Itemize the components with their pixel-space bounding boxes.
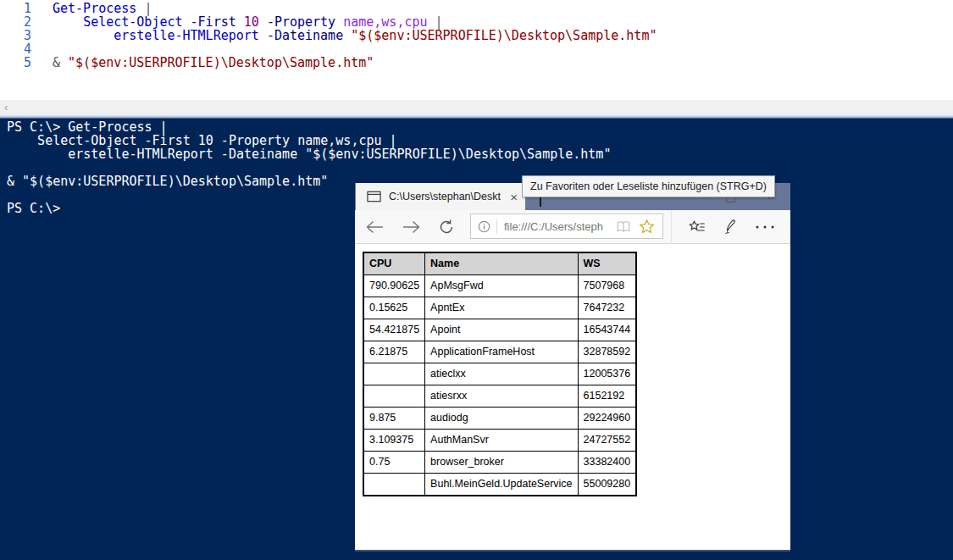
code-text [53, 42, 60, 56]
table-cell: 3.109375 [363, 430, 425, 452]
table-cell: 0.15625 [363, 297, 425, 319]
script-line: 4 [0, 42, 953, 56]
table-row: atiesrxx6152192 [363, 385, 636, 408]
table-row: 0.15625ApntEx7647232 [363, 297, 636, 319]
reading-view-icon[interactable] [616, 220, 631, 233]
back-button[interactable] [365, 210, 384, 244]
table-cell: 12005376 [578, 363, 636, 385]
page-icon [367, 191, 381, 202]
table-cell: atiesrxx [425, 385, 578, 408]
page-content: CPUNameWS 790.90625ApMsgFwd75079680.1562… [355, 244, 790, 550]
refresh-button[interactable] [438, 210, 455, 244]
code-text: & "$($env:USERPROFILE)\Desktop\Sample.ht… [53, 56, 374, 69]
table-cell: 16543744 [578, 319, 636, 341]
table-row: atieclxx12005376 [363, 363, 636, 385]
url-text: file:///C:/Users/steph [504, 220, 612, 233]
line-number: 5 [0, 56, 31, 69]
table-row: Buhl.MeinGeld.UpdateService55009280 [363, 474, 636, 496]
table-row: 6.21875ApplicationFrameHost32878592 [363, 341, 636, 363]
table-header-row: CPUNameWS [363, 252, 636, 275]
line-number: 3 [0, 29, 31, 42]
forward-button[interactable] [402, 210, 421, 244]
table-cell: Apoint [425, 319, 578, 341]
table-cell: 29224960 [578, 408, 636, 430]
edge-toolbar: file:///C:/Users/steph [355, 210, 790, 244]
table-header-cell: Name [425, 252, 578, 275]
table-cell: 6.21875 [363, 341, 425, 363]
favorites-hub-icon[interactable] [689, 219, 706, 235]
table-header-cell: CPU [363, 252, 425, 275]
table-row: 9.875audiodg29224960 [363, 408, 636, 430]
table-cell: 790.90625 [363, 275, 425, 297]
table-cell: 54.421875 [363, 319, 425, 341]
table-cell: AuthManSvr [425, 430, 578, 452]
table-cell: 7507968 [578, 275, 636, 297]
table-cell: 55009280 [578, 474, 636, 496]
site-info-icon[interactable] [478, 220, 490, 233]
console-line [7, 161, 953, 175]
editor-horizontal-scrollbar[interactable]: ‹ [0, 100, 953, 114]
script-line: 3 erstelle-HTMLReport -Dateiname "$($env… [0, 29, 953, 42]
table-cell: browser_broker [425, 452, 578, 474]
tab-close-icon[interactable]: × [510, 191, 518, 203]
table-cell [363, 363, 425, 385]
address-bar[interactable]: file:///C:/Users/steph [470, 213, 663, 239]
table-cell [363, 385, 425, 408]
tab-title: C:\Users\stephan\Deskt [389, 191, 501, 202]
code-text: Get-Process | [53, 2, 152, 15]
ise-script-pane[interactable]: 1Get-Process |2 Select-Object -First 10 … [0, 0, 953, 100]
favorites-tooltip: Zu Favoriten oder Leseliste hinzufügen (… [522, 175, 775, 197]
forward-arrow-icon [402, 220, 421, 234]
table-cell: 7647232 [578, 297, 636, 319]
table-cell: Buhl.MeinGeld.UpdateService [425, 474, 578, 496]
edge-browser-window: C:\Users\stephan\Deskt × × [355, 183, 790, 552]
table-cell: 32878592 [578, 341, 636, 363]
table-row: 790.90625ApMsgFwd7507968 [363, 275, 636, 297]
more-actions-icon[interactable] [756, 225, 774, 229]
powershell-ise-screen: 1Get-Process |2 Select-Object -First 10 … [0, 0, 953, 560]
line-number: 4 [0, 42, 31, 56]
console-line: PS C:\> Get-Process | [7, 120, 953, 134]
table-cell: 33382400 [578, 452, 636, 474]
console-line: Select-Object -First 10 -Property name,w… [7, 134, 953, 147]
code-text: erstelle-HTMLReport -Dateiname "$($env:U… [53, 29, 657, 42]
script-line: 1Get-Process | [0, 2, 953, 15]
table-cell [363, 474, 425, 496]
table-row: 0.75browser_broker33382400 [363, 452, 636, 474]
table-cell: atieclxx [425, 363, 578, 385]
line-number: 1 [0, 2, 31, 15]
table-cell: 0.75 [363, 452, 425, 474]
web-note-pen-icon[interactable] [722, 219, 739, 236]
table-cell: ApplicationFrameHost [425, 341, 578, 363]
back-arrow-icon [365, 220, 384, 234]
add-favorite-star-icon[interactable] [639, 219, 655, 235]
table-cell: audiodg [425, 408, 578, 430]
table-cell: 6152192 [578, 385, 636, 408]
table-header-cell: WS [578, 252, 636, 275]
script-lines: 1Get-Process |2 Select-Object -First 10 … [0, 2, 953, 69]
table-cell: ApMsgFwd [425, 275, 578, 297]
code-text: Select-Object -First 10 -Property name,w… [53, 15, 443, 29]
console-line: erstelle-HTMLReport -Dateiname "$($env:U… [7, 147, 953, 161]
script-line: 2 Select-Object -First 10 -Property name… [0, 15, 953, 29]
refresh-icon [438, 219, 455, 236]
scroll-left-arrow-icon[interactable]: ‹ [4, 100, 8, 114]
toolbar-button-group [671, 210, 790, 244]
table-cell: 9.875 [363, 408, 425, 430]
browser-tab[interactable]: C:\Users\stephan\Deskt × [356, 183, 525, 210]
table-cell: ApntEx [425, 297, 578, 319]
table-row: 3.109375AuthManSvr24727552 [363, 430, 636, 452]
process-table: CPUNameWS 790.90625ApMsgFwd75079680.1562… [363, 252, 637, 496]
script-line: 5& "$($env:USERPROFILE)\Desktop\Sample.h… [0, 56, 953, 69]
address-divider [496, 219, 497, 234]
line-number: 2 [0, 15, 31, 29]
table-cell: 24727552 [578, 430, 636, 452]
table-row: 54.421875Apoint16543744 [363, 319, 636, 341]
